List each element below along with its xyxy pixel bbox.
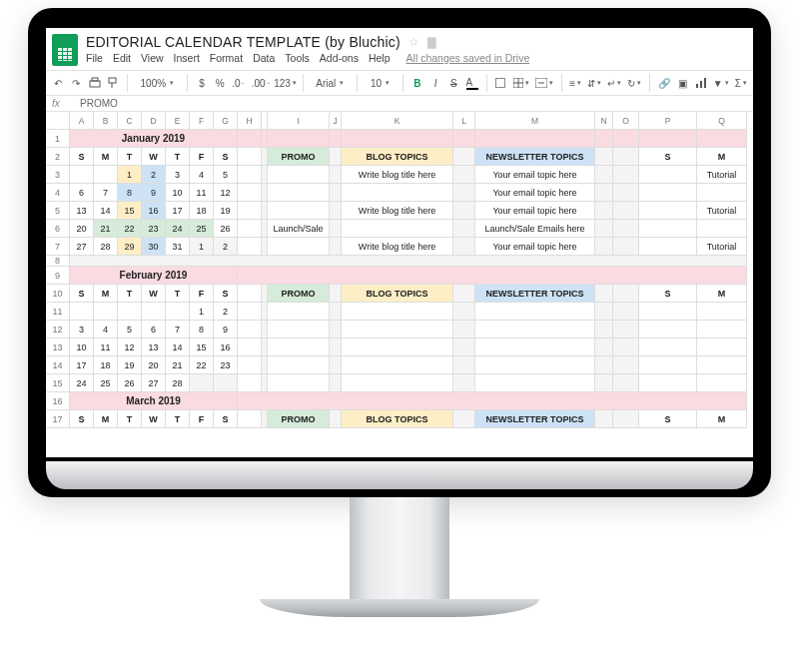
row-header[interactable]: 10 bbox=[46, 285, 70, 303]
cell[interactable]: 16 bbox=[142, 202, 166, 220]
cell[interactable] bbox=[238, 238, 262, 256]
row-header[interactable]: 4 bbox=[46, 184, 70, 202]
cell[interactable]: M bbox=[697, 285, 747, 303]
col-header[interactable]: O bbox=[613, 112, 639, 130]
cell[interactable]: 25 bbox=[94, 374, 118, 392]
row-header[interactable]: 8 bbox=[46, 256, 70, 267]
cell[interactable]: 2 bbox=[142, 166, 166, 184]
cell[interactable]: 31 bbox=[166, 238, 190, 256]
col-header[interactable]: K bbox=[342, 112, 453, 130]
document-title[interactable]: EDITORIAL CALENDAR TEMPLATE (by Bluchic) bbox=[86, 34, 400, 50]
cell[interactable] bbox=[166, 303, 190, 321]
merge-button[interactable] bbox=[535, 74, 553, 92]
cell[interactable] bbox=[70, 166, 94, 184]
cell[interactable]: Your email topic here bbox=[475, 202, 595, 220]
formula-input[interactable]: PROMO bbox=[80, 98, 118, 109]
menu-addons[interactable]: Add-ons bbox=[320, 52, 359, 64]
paint-format-icon[interactable] bbox=[107, 74, 119, 92]
cell[interactable]: 1 bbox=[190, 238, 214, 256]
menu-data[interactable]: Data bbox=[253, 52, 275, 64]
cell[interactable]: M bbox=[94, 410, 118, 428]
redo-icon[interactable]: ↷ bbox=[70, 74, 82, 92]
month-title[interactable]: January 2019 bbox=[70, 130, 238, 148]
cell[interactable]: M bbox=[697, 148, 747, 166]
cell[interactable]: F bbox=[190, 285, 214, 303]
row-header[interactable]: 1 bbox=[46, 130, 70, 148]
cell[interactable]: T bbox=[166, 285, 190, 303]
cell[interactable]: 21 bbox=[94, 220, 118, 238]
cell[interactable] bbox=[330, 338, 342, 356]
cell[interactable]: W bbox=[142, 410, 166, 428]
cell[interactable] bbox=[613, 238, 639, 256]
cell[interactable] bbox=[268, 321, 330, 338]
cell[interactable]: Launch/Sale Emails here bbox=[475, 220, 595, 238]
cell[interactable] bbox=[342, 374, 453, 392]
cell[interactable] bbox=[268, 356, 330, 374]
cell[interactable]: 1 bbox=[190, 303, 214, 321]
col-header[interactable]: H bbox=[238, 112, 262, 130]
cell[interactable]: 20 bbox=[142, 356, 166, 374]
col-header[interactable]: P bbox=[639, 112, 697, 130]
cell[interactable]: T bbox=[166, 410, 190, 428]
cell[interactable] bbox=[238, 356, 262, 374]
cell[interactable] bbox=[453, 374, 475, 392]
cell[interactable]: 22 bbox=[118, 220, 142, 238]
cell[interactable] bbox=[342, 356, 453, 374]
cell[interactable] bbox=[595, 303, 613, 321]
wrap-button[interactable]: ↵ bbox=[607, 74, 621, 92]
cell[interactable] bbox=[595, 130, 613, 148]
cell[interactable] bbox=[330, 238, 342, 256]
cell[interactable] bbox=[118, 303, 142, 321]
row-header[interactable]: 14 bbox=[46, 356, 70, 374]
cell[interactable] bbox=[214, 374, 238, 392]
cell[interactable] bbox=[330, 202, 342, 220]
cell[interactable] bbox=[639, 321, 697, 338]
cell[interactable]: 19 bbox=[118, 356, 142, 374]
cell[interactable]: 11 bbox=[94, 338, 118, 356]
cell[interactable] bbox=[595, 410, 613, 428]
cell[interactable] bbox=[453, 303, 475, 321]
newsletter-header[interactable]: NEWSLETTER TOPICS bbox=[475, 148, 595, 166]
blog-header[interactable]: BLOG TOPICS bbox=[342, 148, 453, 166]
cell[interactable]: W bbox=[142, 148, 166, 166]
newsletter-header[interactable]: NEWSLETTER TOPICS bbox=[475, 410, 595, 428]
cell[interactable] bbox=[238, 338, 262, 356]
month-title[interactable]: March 2019 bbox=[70, 392, 238, 410]
cell[interactable] bbox=[330, 130, 342, 148]
cell[interactable] bbox=[330, 410, 342, 428]
cell[interactable] bbox=[595, 356, 613, 374]
google-sheets-icon[interactable] bbox=[52, 34, 78, 66]
col-header[interactable]: D bbox=[142, 112, 166, 130]
cell[interactable] bbox=[330, 356, 342, 374]
cell[interactable] bbox=[330, 220, 342, 238]
cell[interactable]: S bbox=[214, 285, 238, 303]
cell[interactable]: 8 bbox=[190, 321, 214, 338]
cell[interactable]: 27 bbox=[142, 374, 166, 392]
link-button[interactable]: 🔗 bbox=[658, 74, 670, 92]
cell[interactable] bbox=[613, 374, 639, 392]
cell[interactable] bbox=[613, 356, 639, 374]
cell[interactable] bbox=[475, 130, 595, 148]
cell[interactable] bbox=[238, 321, 262, 338]
col-header[interactable]: L bbox=[453, 112, 475, 130]
cell[interactable]: 6 bbox=[70, 184, 94, 202]
filter-button[interactable]: ▼ bbox=[713, 74, 729, 92]
cell[interactable] bbox=[238, 184, 262, 202]
cell[interactable]: 4 bbox=[94, 321, 118, 338]
row-header[interactable]: 11 bbox=[46, 303, 70, 321]
cell[interactable] bbox=[342, 321, 453, 338]
cell[interactable]: 26 bbox=[118, 374, 142, 392]
row-header[interactable]: 13 bbox=[46, 338, 70, 356]
v-align-button[interactable]: ⇵ bbox=[587, 74, 601, 92]
menu-file[interactable]: File bbox=[86, 52, 103, 64]
cell[interactable]: 23 bbox=[214, 356, 238, 374]
rotate-button[interactable]: ↻ bbox=[627, 74, 641, 92]
cell[interactable]: 4 bbox=[190, 166, 214, 184]
cell[interactable]: 25 bbox=[190, 220, 214, 238]
col-header[interactable]: A bbox=[70, 112, 94, 130]
cell[interactable]: 24 bbox=[70, 374, 94, 392]
cell[interactable] bbox=[639, 374, 697, 392]
cell[interactable] bbox=[697, 321, 747, 338]
menu-tools[interactable]: Tools bbox=[285, 52, 310, 64]
cell[interactable]: M bbox=[94, 148, 118, 166]
